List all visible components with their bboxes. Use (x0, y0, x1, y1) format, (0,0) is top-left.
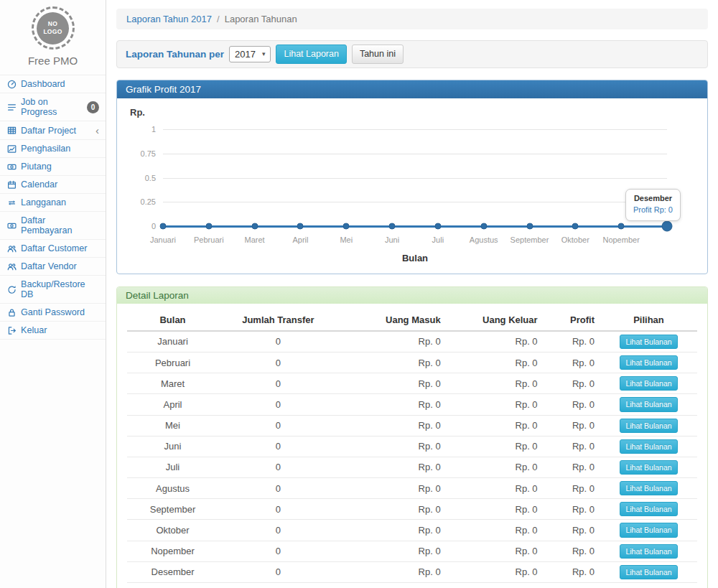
sidebar-item[interactable]: Piutang (0, 158, 106, 176)
cell-uang-keluar: Rp. 0 (447, 478, 544, 499)
table-row: Juni 0 Rp. 0 Rp. 0 Rp. 0 Lihat Bulanan (127, 436, 697, 457)
sidebar-item[interactable]: Calendar (0, 176, 106, 194)
cell-uang-masuk: Rp. 0 (338, 331, 447, 353)
sidebar-item-label: Calendar (21, 179, 57, 190)
cell-bulan: Oktober (127, 520, 218, 541)
lihat-laporan-button[interactable]: Lihat Laporan (276, 45, 346, 64)
col-header-jumlah-transfer: Jumlah Transfer (218, 309, 338, 331)
y-tick-label: 0.5 (145, 174, 156, 182)
table-row: Juli 0 Rp. 0 Rp. 0 Rp. 0 Lihat Bulanan (127, 457, 697, 477)
breadcrumb-separator: / (217, 14, 220, 24)
report-table: Bulan Jumlah Transfer Uang Masuk Uang Ke… (127, 309, 697, 588)
tahun-ini-button[interactable]: Tahun ini (352, 45, 404, 64)
breadcrumb-current: Laporan Tahunan (225, 14, 297, 24)
cell-uang-masuk: Rp. 0 (338, 353, 447, 373)
cell-jumlah-transfer: 0 (218, 436, 338, 457)
y-tick-label: 0.75 (141, 149, 156, 158)
cell-bulan: Desember (127, 561, 218, 582)
col-header-bulan: Bulan (127, 309, 218, 331)
sidebar-item[interactable]: Ganti Password (0, 304, 106, 322)
cell-uang-masuk: Rp. 0 (338, 541, 447, 561)
brand-text: Free PMO (0, 55, 106, 67)
users-icon (6, 262, 17, 271)
cell-bulan: April (127, 394, 218, 415)
point-dot (526, 223, 533, 229)
x-tick-label: Pebruari (194, 235, 224, 244)
cell-jumlah-transfer: 0 (218, 457, 338, 477)
lihat-bulanan-button[interactable]: Lihat Bulanan (620, 376, 677, 391)
sidebar-item[interactable]: Dashboard (0, 75, 106, 93)
table-header-row: Bulan Jumlah Transfer Uang Masuk Uang Ke… (127, 309, 697, 331)
lihat-bulanan-button[interactable]: Lihat Bulanan (620, 481, 677, 495)
cell-uang-masuk: Rp. 0 (338, 394, 447, 415)
sidebar-item[interactable]: Daftar Pembayaran (0, 212, 106, 240)
cell-uang-masuk: Rp. 0 (338, 373, 447, 394)
point-dot (205, 223, 212, 229)
table-row: Agustus 0 Rp. 0 Rp. 0 Rp. 0 Lihat Bulana… (127, 478, 697, 499)
no-logo-badge: NO LOGO (32, 6, 75, 50)
money-icon (6, 162, 17, 172)
lihat-bulanan-button[interactable]: Lihat Bulanan (620, 460, 677, 475)
point-dot (618, 223, 625, 229)
cell-bulan: Juni (127, 436, 218, 457)
lihat-bulanan-button[interactable]: Lihat Bulanan (620, 565, 677, 579)
cell-pilihan: Lihat Bulanan (600, 520, 697, 541)
sidebar-item[interactable]: Daftar Vendor (0, 258, 106, 276)
cell-uang-masuk: Rp. 0 (338, 436, 447, 457)
sidebar-item[interactable]: Langganan (0, 194, 106, 212)
cell-pilihan: Lihat Bulanan (600, 331, 697, 353)
cell-jumlah-transfer: 0 (218, 353, 338, 373)
cell-jumlah-transfer: 0 (218, 415, 338, 436)
cell-uang-masuk: Rp. 0 (338, 415, 447, 436)
lihat-bulanan-button[interactable]: Lihat Bulanan (620, 523, 677, 537)
x-tick-label: Oktober (561, 235, 589, 244)
x-tick-label: Juni (385, 235, 399, 244)
cell-uang-masuk: Rp. 0 (338, 561, 447, 582)
cell-uang-masuk: Rp. 0 (338, 457, 447, 477)
lihat-bulanan-button[interactable]: Lihat Bulanan (620, 502, 677, 516)
lihat-bulanan-button[interactable]: Lihat Bulanan (620, 335, 677, 349)
cell-pilihan: Lihat Bulanan (600, 499, 697, 520)
table-row: Januari 0 Rp. 0 Rp. 0 Rp. 0 Lihat Bulana… (127, 331, 697, 353)
cell-pilihan: Lihat Bulanan (600, 541, 697, 561)
sidebar-menu: Dashboard Job on Progress 0 Daftar Proje… (0, 75, 106, 340)
sidebar-item[interactable]: Penghasilan (0, 140, 106, 158)
line-chart-icon (6, 144, 17, 154)
y-tick-label: 1 (151, 125, 156, 134)
main-content: Laporan Tahun 2017 / Laporan Tahunan Lap… (106, 0, 718, 588)
breadcrumb-link[interactable]: Laporan Tahun 2017 (126, 14, 212, 24)
sidebar-item[interactable]: Job on Progress 0 (0, 93, 106, 121)
col-header-uang-masuk: Uang Masuk (338, 309, 447, 331)
cell-uang-keluar: Rp. 0 (447, 353, 544, 373)
sidebar-item[interactable]: Daftar Project ‹ (0, 121, 106, 140)
detail-report-panel: Detail Laporan Bulan Jumlah Transfer Uan… (116, 286, 708, 588)
detail-panel-header: Detail Laporan (117, 287, 707, 304)
chevron-left-icon: ‹ (95, 125, 99, 136)
table-row: Nopember 0 Rp. 0 Rp. 0 Rp. 0 Lihat Bulan… (127, 541, 697, 561)
chart-tooltip: Desember Profit Rp: 0 (625, 189, 681, 221)
lihat-bulanan-button[interactable]: Lihat Bulanan (620, 355, 677, 370)
lihat-bulanan-button[interactable]: Lihat Bulanan (620, 397, 677, 411)
table-row: Desember 0 Rp. 0 Rp. 0 Rp. 0 Lihat Bulan… (127, 561, 697, 582)
retweet-icon (6, 198, 17, 207)
cell-bulan: Pebruari (127, 353, 218, 373)
lihat-bulanan-button[interactable]: Lihat Bulanan (620, 544, 677, 559)
point-dot (160, 223, 167, 229)
x-tick-label: Agustus (470, 235, 498, 244)
cell-jumlah-transfer: 0 (218, 520, 338, 541)
x-tick-label: Maret (245, 235, 265, 244)
users-icon (6, 244, 17, 253)
lihat-bulanan-button[interactable]: Lihat Bulanan (620, 419, 677, 433)
lihat-bulanan-button[interactable]: Lihat Bulanan (620, 439, 677, 454)
cell-pilihan: Lihat Bulanan (600, 353, 697, 373)
year-select[interactable]: 2017 ▾ (229, 46, 271, 62)
cell-jumlah-transfer: 0 (218, 582, 338, 588)
cell-profit: Rp. 0 (544, 331, 600, 353)
y-tick-label: 0.25 (141, 197, 156, 206)
cell-profit: Rp. 0 (544, 541, 600, 561)
table-row: April 0 Rp. 0 Rp. 0 Rp. 0 Lihat Bulanan (127, 394, 697, 415)
sidebar-item[interactable]: Daftar Customer (0, 240, 106, 258)
cell-profit: Rp. 0 (544, 353, 600, 373)
sidebar-item[interactable]: Keluar (0, 322, 106, 340)
sidebar-item[interactable]: Backup/Restore DB (0, 276, 106, 304)
